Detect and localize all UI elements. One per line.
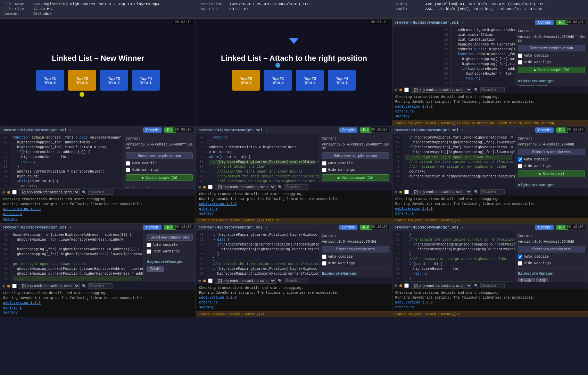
close-tab-br[interactable]: ✕ bbox=[462, 225, 464, 230]
script-select-mm[interactable]: [2] only remix transactions, script bbox=[215, 184, 276, 190]
footer-checkbox-ml[interactable] bbox=[12, 190, 17, 194]
search-input-mr[interactable] bbox=[480, 189, 505, 194]
current-version-mm: version:0.5.4+commit.9549d8ff.Emsc bbox=[322, 143, 389, 150]
code-content-ml[interactable]: function addWin(address _for) public onl… bbox=[10, 134, 123, 188]
search-input-br[interactable] bbox=[480, 283, 505, 288]
dot2-mr bbox=[399, 191, 402, 193]
auto-compile-checkbox-bm[interactable] bbox=[322, 255, 326, 259]
dot1-bm bbox=[198, 280, 201, 282]
script-select-tr[interactable]: [2] only remix transactions, script bbox=[411, 87, 472, 93]
abi-btn-br[interactable]: ABI bbox=[536, 278, 548, 282]
select-compiler-btn-ml[interactable]: Select new compiler version bbox=[126, 152, 193, 159]
close-tab-mr[interactable]: ✕ bbox=[462, 128, 464, 132]
warning-banner-bm[interactable]: Static Analysis raised 3 warning(s) bbox=[196, 311, 391, 317]
code-content-bl[interactable]: hscoreMapping[_for].lowerHighscoreAddres… bbox=[10, 231, 143, 282]
footer-checkbox-mr[interactable] bbox=[404, 190, 409, 194]
auto-compile-checkbox-tr[interactable] bbox=[518, 53, 522, 58]
hide-warnings-checkbox-ml[interactable] bbox=[126, 168, 130, 172]
contract-label-bm: HighscoreManager bbox=[322, 272, 389, 276]
code-content-br[interactable]: } //re-attach the item inside correct cu… bbox=[402, 231, 515, 282]
panel-bot-right: browser/Highscoremanager.sol ✕ Compile R… bbox=[392, 223, 588, 317]
close-tab-ml[interactable]: ✕ bbox=[69, 128, 72, 132]
panel-header-top-right: browser/Highscoremanager.sol ✕ Compile R… bbox=[392, 19, 588, 26]
start-compile-btn-mr[interactable]: ▶ Start to compi bbox=[518, 170, 585, 177]
panel-mid-left: browser/Highscoremanager.sol ✕ Compile R… bbox=[0, 126, 196, 223]
hide-warnings-checkbox-bl[interactable] bbox=[147, 249, 151, 254]
abi-btn-tr[interactable]: ABI bbox=[536, 85, 548, 86]
select-compiler-btn-bm[interactable]: Select new compiler vers bbox=[322, 246, 389, 252]
select-compiler-btn-br[interactable]: Select new compiler vers bbox=[518, 246, 585, 252]
footer-checkbox-mm[interactable] bbox=[208, 185, 213, 189]
compile-btn-br[interactable]: Compile bbox=[535, 225, 554, 230]
select-compiler-btn-tr[interactable]: Select new compiler version bbox=[518, 45, 585, 51]
code-content-top-right[interactable]: address higherHighscoreAddress; uint num… bbox=[451, 26, 515, 86]
auto-compile-checkbox-mm[interactable] bbox=[322, 161, 326, 166]
compile-btn-mr[interactable]: Compile bbox=[535, 127, 554, 133]
footer-checkbox-bl[interactable] bbox=[12, 284, 17, 288]
select-compiler-btn-mm[interactable]: Select new compiler version bbox=[322, 152, 389, 159]
dot1-tr bbox=[395, 89, 397, 91]
hide-warnings-checkbox-mm[interactable] bbox=[322, 168, 326, 172]
compile-btn-mm[interactable]: Compile bbox=[339, 127, 358, 133]
sidebar-bm: Current version:0.5.4+commit.9549d Selec… bbox=[319, 231, 392, 277]
footer-checkbox-tr[interactable] bbox=[404, 88, 409, 92]
script-select-bl[interactable]: [2] only remix transactions, script bbox=[19, 283, 80, 289]
script-select-bm[interactable]: [2] only remix transactions, script bbox=[215, 278, 276, 284]
script-select-ml[interactable]: [2] only remix transactions, script bbox=[19, 189, 80, 195]
start-compile-btn-tr[interactable]: ▶ Start to compile (Ctrl bbox=[518, 67, 585, 73]
console-br: Checking transactions details and start … bbox=[392, 289, 588, 311]
warning-banner-mr[interactable]: Static Analysis raised 3 warning(s) bbox=[392, 218, 588, 223]
start-compile-btn-ml[interactable]: ▶ Start to compile (Ctrl bbox=[126, 174, 193, 181]
close-tab-mm[interactable]: ✕ bbox=[265, 128, 268, 132]
current-version-br: version:0.5.4+commit.9549d8 bbox=[518, 240, 585, 244]
close-tab-bm[interactable]: ✕ bbox=[265, 225, 268, 230]
script-select-mr[interactable]: [2] only remix transactions, script bbox=[411, 189, 472, 195]
code-content-mr[interactable]: if(highscoreMapping[_for].lowerHighscore… bbox=[402, 134, 515, 188]
close-tab-top-right[interactable]: ✕ bbox=[462, 20, 464, 25]
details-btn-br[interactable]: Details bbox=[518, 278, 535, 282]
panel-footer-br: [2] only remix transactions, script 🔍 bbox=[392, 282, 588, 289]
footer-checkbox-br[interactable] bbox=[404, 283, 409, 288]
code-area-mm: 33343536373839404142434445464748495051 r… bbox=[196, 134, 391, 183]
slide-boxes-top-middle: Top #2 Wins 5 Top #1 Wins 5 Top #3 Wins … bbox=[232, 70, 356, 91]
details-btn-tr[interactable]: Details bbox=[518, 85, 535, 86]
audio-value: AAC, 128 kb/s (VBR), 48.0 kHz, 2 channel… bbox=[425, 7, 543, 11]
slide-box-tm-3: Top #3 Wins 3 bbox=[296, 70, 324, 91]
warning-banner-mm[interactable]: Static Analysis raised 3 warning(s) that… bbox=[196, 218, 391, 223]
hide-warnings-checkbox-tr[interactable] bbox=[518, 60, 522, 65]
close-tab-bl[interactable]: ✕ bbox=[69, 225, 72, 230]
start-compile-btn-mm[interactable]: ▶ Start to compile (Ctrl bbox=[322, 174, 389, 181]
hide-warnings-tr: Hide warnings bbox=[518, 60, 585, 65]
hide-warnings-checkbox-mr[interactable] bbox=[518, 164, 522, 168]
code-content-bm[interactable]: if(highscoreMapping[currentPosition].hig… bbox=[206, 231, 318, 277]
panel-mid-middle: browser/Highscoremanager.sol ✕ Compile R… bbox=[196, 126, 392, 223]
select-compiler-btn-bl[interactable]: Select new compiler vers bbox=[147, 234, 193, 241]
search-input-ml[interactable] bbox=[88, 190, 113, 195]
auto-compile-mr: Auto compile bbox=[518, 157, 585, 162]
hide-warnings-checkbox-bm[interactable] bbox=[322, 261, 326, 266]
console-mr: Checking transactions details and start … bbox=[392, 195, 588, 218]
auto-compile-checkbox-mr[interactable] bbox=[518, 157, 522, 162]
current-version-mr: version:0.5.4+commit.9549d8 bbox=[518, 143, 585, 147]
auto-compile-checkbox-bl[interactable] bbox=[147, 243, 151, 247]
compile-btn-bl[interactable]: Compile bbox=[143, 225, 162, 230]
compile-btn-ml[interactable]: Compile bbox=[143, 127, 162, 133]
hide-warnings-checkbox-br[interactable] bbox=[518, 261, 522, 266]
select-compiler-btn-mr[interactable]: Select new compiler vers bbox=[518, 149, 585, 155]
auto-compile-checkbox-ml[interactable] bbox=[126, 161, 130, 166]
search-input-tr[interactable] bbox=[480, 87, 505, 92]
warning-banner-tr[interactable]: Static Analysis raised 2 warning(s) that… bbox=[392, 120, 588, 126]
panel-footer-top-right: [2] only remix transactions, script 🔍 bbox=[392, 86, 588, 93]
search-input-bl[interactable] bbox=[88, 283, 113, 289]
compile-btn-bm[interactable]: Compile bbox=[339, 225, 358, 230]
auto-compile-checkbox-br[interactable] bbox=[518, 255, 522, 259]
script-select-br[interactable]: [2] only remix transactions, script bbox=[411, 283, 472, 289]
warning-banner-br[interactable]: Static Analysis raised 3 warning(s) bbox=[392, 311, 588, 317]
search-input-bm[interactable] bbox=[284, 278, 308, 283]
code-content-mm[interactable]: return; } address currentPosition = high… bbox=[206, 134, 318, 183]
footer-checkbox-bm[interactable] bbox=[208, 278, 213, 283]
console-ml: Checking transactions details and start … bbox=[0, 196, 196, 223]
details-btn-bl[interactable]: Details bbox=[147, 266, 164, 272]
compile-btn-top-right[interactable]: Compile bbox=[535, 20, 554, 25]
search-input-mm[interactable] bbox=[284, 184, 308, 190]
